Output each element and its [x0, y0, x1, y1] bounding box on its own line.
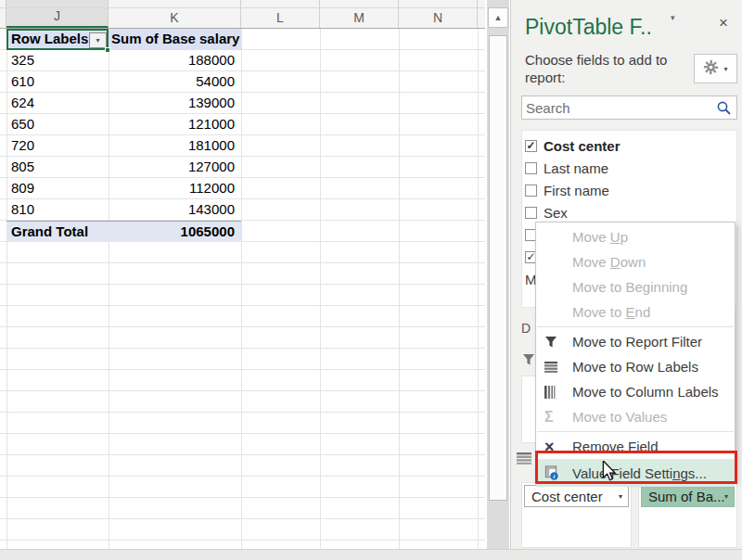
filter-icon	[544, 336, 567, 349]
column-header-k[interactable]: K	[109, 0, 241, 28]
menu-separator	[537, 431, 734, 432]
field-checkbox[interactable]	[525, 185, 537, 197]
svg-text:i: i	[554, 473, 556, 479]
menu-item-move-to-end: Move to End	[536, 299, 735, 325]
pivot-grand-total-label[interactable]: Grand Total	[6, 222, 109, 242]
pivot-cell-value[interactable]: 143000	[109, 199, 241, 221]
field-checkbox[interactable]	[525, 162, 537, 174]
fill-handle[interactable]	[105, 47, 110, 53]
field-checkbox[interactable]: ✓	[525, 140, 537, 152]
column-header-row: JKLMN	[0, 0, 485, 29]
pivot-cell-label[interactable]: 805	[6, 157, 109, 178]
grid-line	[320, 29, 321, 549]
pivot-row: 624139000	[6, 93, 241, 114]
filters-area-box	[521, 375, 535, 443]
menu-item-label: Move to Report Filter	[572, 334, 702, 350]
gear-icon	[703, 59, 719, 79]
field-label: Last name	[544, 160, 608, 176]
field-item-cost-center[interactable]: ✓Cost center	[522, 134, 736, 157]
menu-item-value-field-settings[interactable]: iValue Field Settings...	[536, 459, 735, 487]
menu-item-move-down: Move Down	[536, 249, 735, 274]
menu-item-label: Move to End	[572, 304, 650, 320]
field-item-first-name[interactable]: First name	[522, 179, 736, 201]
search-input[interactable]	[526, 97, 711, 118]
scrollbar-thumb[interactable]	[489, 35, 507, 501]
excel-window: JKLMN Row LabelsSum of Base salary325188…	[0, 0, 742, 560]
pane-title-caret-icon[interactable]: ▾	[671, 13, 675, 22]
menu-item-label: Move to Row Labels	[572, 359, 698, 375]
field-item-last-name[interactable]: Last name	[522, 157, 736, 179]
filters-area-icon	[522, 353, 536, 370]
grid-line	[241, 29, 242, 549]
tools-button[interactable]: ▾	[694, 54, 737, 83]
pivot-cell-value[interactable]: 54000	[109, 71, 241, 93]
rows-field-label: Cost center	[525, 489, 619, 504]
vertical-scrollbar[interactable]: ▲	[487, 0, 509, 549]
pivot-cell-label[interactable]: 720	[6, 135, 109, 157]
pivot-cell-value[interactable]: 181000	[109, 135, 241, 157]
rows-field-caret-icon: ▾	[619, 492, 628, 501]
columns-icon	[544, 386, 567, 399]
column-header-sliver	[0, 0, 6, 28]
pivot-row: 809112000	[6, 178, 241, 199]
pivot-row: 810143000	[6, 199, 241, 221]
rows-area-icon	[517, 452, 532, 468]
menu-item-label: Move to Values	[572, 409, 667, 425]
pivot-cell-value[interactable]: 188000	[109, 50, 241, 71]
pivot-row: 61054000	[6, 71, 241, 93]
pivot-row: 805127000	[6, 157, 241, 178]
rows-field-button[interactable]: Cost center ▾	[524, 485, 629, 507]
sigma-icon: Σ	[544, 409, 567, 426]
search-icon[interactable]	[716, 100, 732, 120]
scroll-up-icon: ▲	[494, 13, 503, 22]
pivot-row: Grand Total1065000	[6, 221, 241, 242]
rows-icon	[544, 362, 567, 373]
pivot-cell-value[interactable]: 139000	[109, 93, 241, 114]
column-header-m[interactable]: M	[320, 0, 399, 28]
filter-caret-icon: ▾	[96, 36, 99, 45]
menu-item-remove-field[interactable]: ×Remove Field	[536, 434, 735, 459]
pivot-header-values[interactable]: Sum of Base salary	[109, 29, 241, 50]
pane-title: PivotTable F..	[525, 15, 652, 40]
field-label: Cost center	[544, 138, 620, 154]
pivot-cell-value[interactable]: 127000	[109, 157, 241, 178]
pivot-row: 325188000	[6, 50, 241, 71]
pivot-cell-label[interactable]: 809	[6, 178, 109, 199]
column-header-j[interactable]: J	[6, 0, 109, 28]
row-labels-filter-dropdown[interactable]: ▾	[89, 32, 107, 48]
menu-item-move-to-column-labels[interactable]: Move to Column Labels	[536, 379, 735, 404]
values-field-label: Sum of Ba...	[642, 489, 724, 504]
pivot-cell-label[interactable]: 810	[6, 199, 109, 221]
menu-item-move-to-row-labels[interactable]: Move to Row Labels	[536, 354, 735, 379]
menu-item-label: Move to Column Labels	[572, 384, 719, 400]
pivot-cell-label[interactable]: 624	[6, 93, 109, 114]
menu-item-label: Move Up	[572, 229, 628, 245]
field-item-sex[interactable]: Sex	[522, 201, 736, 223]
values-area[interactable]: Sum of Ba... ▾	[638, 482, 737, 548]
remove-icon: ×	[544, 440, 567, 453]
pivot-cell-label[interactable]: 610	[6, 71, 109, 93]
values-field-button[interactable]: Sum of Ba... ▾	[641, 485, 735, 507]
pivot-cell-value[interactable]: 112000	[109, 178, 241, 199]
menu-item-move-up: Move Up	[536, 224, 735, 249]
column-header-n[interactable]: N	[399, 0, 478, 28]
menu-item-label: Move Down	[572, 254, 646, 270]
spreadsheet-grid: JKLMN Row LabelsSum of Base salary325188…	[0, 0, 510, 549]
pivot-cell-label[interactable]: 325	[6, 50, 109, 71]
pane-close-icon[interactable]: ×	[713, 14, 734, 32]
column-header-l[interactable]: L	[241, 0, 320, 28]
field-checkbox[interactable]	[525, 207, 537, 219]
search-box[interactable]	[521, 95, 737, 120]
menu-item-move-to-values: ΣMove to Values	[536, 404, 735, 429]
pivot-row: 720181000	[6, 135, 241, 157]
pivot-cell-value[interactable]: 121000	[109, 114, 241, 135]
menu-item-move-to-report-filter[interactable]: Move to Report Filter	[536, 329, 735, 354]
menu-item-label: Value Field Settings...	[572, 465, 707, 481]
rows-area[interactable]: Cost center ▾	[521, 482, 632, 548]
pivot-cell-label[interactable]: 650	[6, 114, 109, 135]
pivot-grand-total-value[interactable]: 1065000	[109, 222, 241, 242]
values-field-caret-icon: ▾	[724, 492, 734, 501]
scroll-up-button[interactable]: ▲	[488, 7, 508, 28]
menu-item-label: Move to Beginning	[572, 279, 687, 295]
grid-line	[399, 29, 400, 549]
